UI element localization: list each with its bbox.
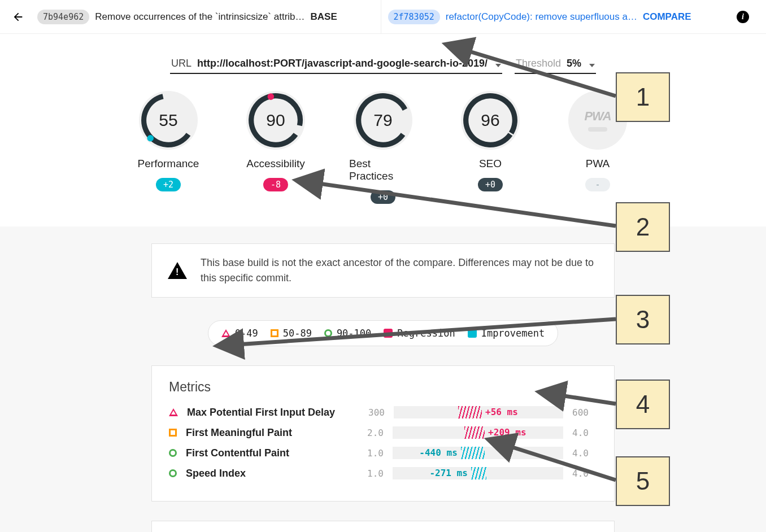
gauge-score: 79 [373, 111, 392, 130]
back-button[interactable] [6, 5, 31, 29]
threshold-label: Threshold [516, 58, 561, 69]
delta-pill: - [585, 178, 610, 191]
metric-max: 4.0 [572, 428, 597, 438]
metric-bar: +56 ms [394, 406, 563, 418]
info-icon[interactable]: i [737, 11, 749, 23]
warning-icon [168, 262, 187, 279]
square-icon [169, 429, 177, 437]
base-commit-msg: Remove occurrences of the `intrinsicsize… [95, 11, 304, 23]
delta-pill: +2 [156, 178, 181, 191]
circle-icon [169, 469, 177, 477]
triangle-icon [221, 329, 230, 337]
improvement-swatch [468, 329, 477, 338]
gauge-ring: 96 [461, 91, 520, 150]
url-select[interactable]: URL http://localhost:PORT/javascript-and… [170, 55, 502, 74]
metric-row[interactable]: First Contentful Paint1.0-440 ms4.0 [169, 447, 597, 459]
svg-point-0 [147, 135, 154, 142]
gauge-label: Best Practices [349, 158, 417, 182]
gauge-accessibility[interactable]: 90Accessibility-8 [242, 91, 310, 204]
url-label: URL [171, 58, 192, 69]
gauge-best-practices[interactable]: 79Best Practices+0 [349, 91, 417, 204]
metric-min: 1.0 [359, 448, 384, 459]
url-row: URL http://localhost:PORT/javascript-and… [0, 55, 766, 74]
compare-hash: 2f783052 [388, 10, 440, 24]
metric-delta: +56 ms [485, 407, 518, 417]
annotation-1: 1 [616, 72, 670, 122]
gauge-ring: 90 [246, 91, 305, 150]
annotation-5: 5 [616, 456, 670, 506]
metric-name: Max Potential First Input Delay [187, 407, 351, 418]
metric-row[interactable]: Speed Index1.0-271 ms4.0 [169, 467, 597, 479]
delta-pill: +0 [478, 178, 503, 191]
gauge-label: PWA [586, 158, 610, 170]
circle-icon [324, 329, 332, 337]
metric-delta: -271 ms [429, 468, 467, 478]
base-role: BASE [311, 11, 337, 23]
metric-row[interactable]: Max Potential First Input Delay300+56 ms… [169, 406, 597, 418]
chevron-down-icon [589, 64, 595, 67]
metric-max: 600 [572, 407, 597, 418]
legend: 0-49 50-89 90-100 Regression Improvement [208, 320, 558, 346]
compare-role: COMPARE [643, 11, 691, 23]
gauge-ring: 79 [354, 91, 412, 150]
gauge-performance[interactable]: 55Performance+2 [134, 91, 202, 204]
legend-regression: Regression [384, 328, 455, 339]
chevron-down-icon [495, 64, 501, 67]
legend-0-49: 0-49 [221, 328, 258, 339]
metric-name: First Meaningful Paint [186, 427, 350, 439]
annotation-3: 3 [616, 295, 670, 345]
metric-delta: -440 ms [419, 447, 457, 458]
legend-50-89: 50-89 [271, 328, 312, 339]
annotation-4: 4 [616, 380, 670, 429]
metrics-card: Metrics Max Potential First Input Delay3… [151, 365, 615, 502]
warning-box: This base build is not the exact ancesto… [151, 243, 615, 298]
gauge-label: Performance [138, 158, 199, 170]
metric-max: 4.0 [572, 468, 597, 479]
metric-row[interactable]: First Meaningful Paint2.0+209 ms4.0 [169, 426, 597, 439]
triangle-icon [169, 408, 178, 416]
regression-swatch [384, 329, 393, 338]
compare-commit-msg: refactor(CopyCode): remove superfluous a… [446, 11, 637, 23]
gauge-seo[interactable]: 96SEO+0 [456, 91, 524, 204]
pwa-icon: PWA [584, 109, 611, 124]
warning-text: This base build is not the exact ancesto… [201, 255, 598, 286]
delta-pill: +0 [371, 190, 395, 204]
topbar: 7b94e962 Remove occurrences of the `intr… [0, 0, 766, 34]
delta-pill: -8 [263, 178, 288, 191]
threshold-value: 5% [567, 58, 581, 69]
base-commit[interactable]: 7b94e962 Remove occurrences of the `intr… [31, 10, 381, 24]
opportunities-card: Opportunities Eliminate render-blocking … [151, 521, 615, 532]
metric-bar: -271 ms [393, 467, 563, 479]
gauge-score: 96 [481, 111, 499, 130]
gauge-score: 55 [159, 111, 177, 130]
gauge-label: Accessibility [246, 158, 304, 170]
svg-point-1 [268, 93, 275, 100]
legend-90-100: 90-100 [324, 328, 371, 339]
annotation-2: 2 [616, 202, 670, 252]
metric-name: First Contentful Paint [186, 447, 350, 459]
url-value: http://localhost:PORT/javascript-and-goo… [197, 58, 488, 69]
square-icon [271, 329, 278, 337]
legend-improvement: Improvement [468, 328, 545, 339]
metric-max: 4.0 [572, 448, 597, 459]
gauge-label: SEO [479, 158, 502, 170]
metrics-title: Metrics [169, 380, 597, 395]
metric-min: 1.0 [359, 468, 384, 479]
base-hash: 7b94e962 [37, 10, 89, 24]
circle-icon [169, 449, 177, 457]
threshold-select[interactable]: Threshold 5% [515, 55, 596, 74]
gauge-ring: 55 [139, 91, 198, 150]
metric-bar: -440 ms [393, 447, 563, 459]
metric-delta: +209 ms [488, 427, 526, 438]
metric-min: 2.0 [359, 428, 384, 438]
gauge-score: 90 [266, 111, 285, 130]
compare-commit[interactable]: 2f783052 refactor(CopyCode): remove supe… [381, 10, 732, 24]
metric-name: Speed Index [186, 468, 350, 479]
metric-min: 300 [360, 407, 385, 418]
metric-bar: +209 ms [393, 426, 563, 439]
